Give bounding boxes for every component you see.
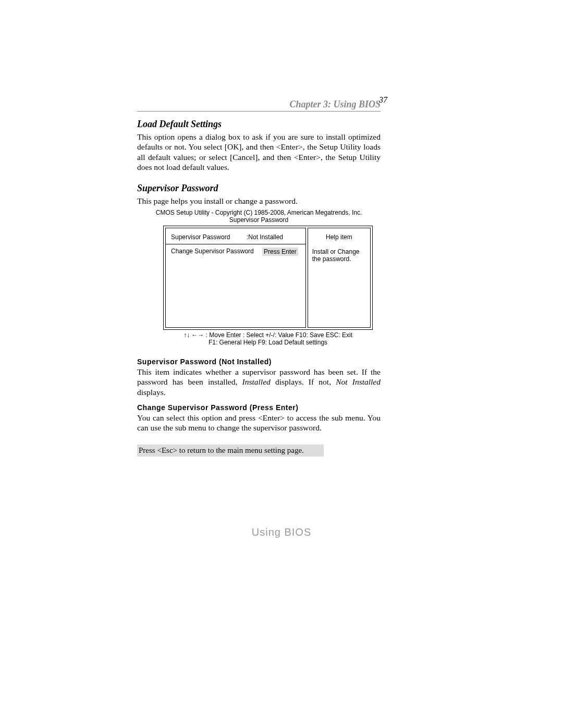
sp-body-mid: displays. If not, <box>271 377 336 386</box>
section-intro-supervisor-password: This page helps you install or change a … <box>137 196 381 206</box>
bios-divider <box>166 244 305 244</box>
bios-title-line2: Supervisor Password <box>137 216 381 224</box>
bios-help-title: Help item <box>312 233 366 241</box>
bios-press-enter-badge: Press Enter <box>262 248 298 256</box>
section-title-load-default: Load Default Settings <box>137 119 381 130</box>
footer-text: Using BIOS <box>0 526 563 538</box>
subbody-change-sp: You can select this option and press <En… <box>137 413 381 433</box>
section-body-load-default: This option opens a dialog box to ask if… <box>137 132 381 172</box>
sp-body-italic1: Installed <box>242 377 271 386</box>
section-title-supervisor-password: Supervisor Password <box>137 183 381 194</box>
bios-row-change: Change Supervisor Password Press Enter <box>171 248 300 256</box>
bios-help-text: Install or Change the password. <box>312 248 366 263</box>
bios-row-status: Supervisor Password :Not Installed <box>171 233 300 241</box>
bios-status-value: :Not Installed <box>247 233 283 241</box>
bios-legend-line1: ↑↓ ←→ : Move Enter : Select +/-/: Value … <box>163 331 373 339</box>
bios-legend: ↑↓ ←→ : Move Enter : Select +/-/: Value … <box>163 331 373 346</box>
chapter-header: Chapter 3: Using BIOS <box>137 99 381 112</box>
bios-legend-line2: F1: General Help F9: Load Default settin… <box>163 339 373 346</box>
esc-note-bar: Press <Esc> to return to the main menu s… <box>137 445 324 456</box>
subbody-sp-not-installed: This item indicates whether a supervisor… <box>137 367 381 397</box>
bios-screen-box: Supervisor Password :Not Installed Chang… <box>163 226 373 330</box>
bios-left-panel: Supervisor Password :Not Installed Chang… <box>165 228 306 328</box>
subheading-change-sp: Change Supervisor Password (Press Enter) <box>137 403 381 412</box>
sp-body-italic2: Not Installed <box>336 377 381 386</box>
bios-status-label: Supervisor Password <box>171 233 247 241</box>
subheading-sp-not-installed: Supervisor Password (Not Installed) <box>137 357 381 366</box>
sp-body-post: displays. <box>137 388 166 397</box>
bios-right-panel: Help item Install or Change the password… <box>308 228 371 328</box>
page-number: 37 <box>379 95 387 105</box>
bios-title-line1: CMOS Setup Utility - Copyright (C) 1985-… <box>137 209 381 216</box>
bios-change-label: Change Supervisor Password <box>171 248 254 256</box>
